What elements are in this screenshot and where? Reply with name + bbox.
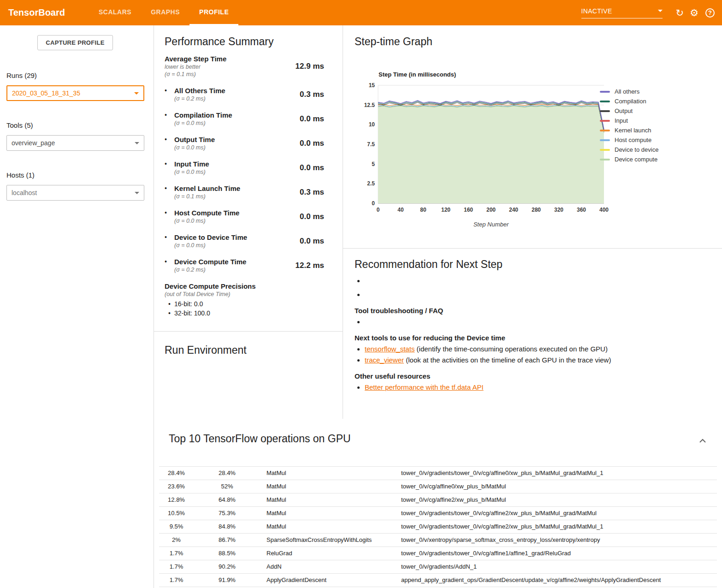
metric-value: 0.0 ms [300,237,324,246]
next-tools-heading: Next tools to use for reducing the Devic… [355,334,704,342]
time-percent-cell: 1.7% [159,546,194,560]
metric-sigma: (σ = 0.0 ms) [174,144,215,151]
column-header [194,454,260,466]
help-icon[interactable]: ? [705,8,715,18]
metric-name: Output Time [174,135,215,144]
recommendation-title: Recommendation for Next Step [355,258,704,271]
resource-link[interactable]: Better performance with the tf.data API [365,383,484,391]
status-dropdown[interactable]: INACTIVE [581,7,663,18]
column-header [260,454,401,466]
tab-profile[interactable]: PROFILE [189,0,238,25]
legend-label: Input [615,117,628,124]
metric-row: • Device to Device Time (σ = 0.0 ms) 0.0… [165,233,324,249]
metric-value: 0.0 ms [300,139,324,148]
legend-item: Kernel launch [600,125,658,135]
metric-row: • Device Compute Time (σ = 0.2 ms) 12.2 … [165,257,324,273]
cumulative-percent-cell: 64.8% [194,493,260,506]
recommendation-section: Recommendation for Next Step Tool troubl… [343,248,722,394]
precision-item: • 16-bit: 0.0 [165,299,324,309]
table-row: 10.5% 75.3% MatMul tower_0/v/gradients/t… [159,506,717,520]
metric-name: Device to Device Time [174,233,247,242]
metric-row: • Host Compute Time (σ = 0.0 ms) 0.0 ms [165,208,324,225]
table-row: 28.4% 28.4% MatMul tower_0/v/gradients/t… [159,466,717,480]
legend-label: Compilation [615,98,646,105]
metric-value: 0.0 ms [300,212,324,221]
time-percent-cell: 28.4% [159,466,194,480]
runs-dropdown[interactable]: 2020_03_05_18_31_35 [6,85,144,101]
table-row: 1.7% 90.2% AddN tower_0/v/gradients/AddN… [159,560,717,573]
chevron-down-icon [658,10,663,12]
tab-graphs[interactable]: GRAPHS [141,0,189,25]
metric-row: • Input Time (σ = 0.0 ms) 0.0 ms [165,160,324,176]
bullet-icon: • [168,299,174,309]
hosts-label: Hosts (1) [6,171,35,179]
chart-title: Step Time (in milliseconds) [379,71,456,78]
operation-cell: tower_0/v/xentropy/sparse_softmax_cross_… [401,533,717,546]
refresh-icon[interactable]: ↻ [676,8,684,18]
cumulative-percent-cell: 75.3% [194,506,260,520]
metric-value: 0.0 ms [300,114,324,124]
precision-item: • 32-bit: 100.0 [165,309,324,318]
metric-sigma: (σ = 0.0 ms) [174,217,239,225]
metric-row: • Output Time (σ = 0.0 ms) 0.0 ms [165,135,324,151]
collapse-icon[interactable] [697,435,708,448]
metric-name: All Others Time [174,86,225,95]
legend-swatch [600,149,610,151]
table-row: 1.7% 91.9% ApplyGradientDescent append_a… [159,573,717,587]
time-percent-cell: 12.8% [159,493,194,506]
metric-row: • Compilation Time (σ = 0.0 ms) 0.0 ms [165,111,324,127]
operation-cell: append_apply_gradient_ops/GradientDescen… [401,573,717,587]
operation-cell: tower_0/v/gradients/AddN_1 [401,560,717,573]
precision-value: 16-bit: 0.0 [174,299,203,309]
hosts-dropdown[interactable]: localhost [6,185,144,201]
metric-sigma: (σ = 0.0 ms) [174,168,209,176]
legend-item: All others [600,87,658,96]
status-dropdown-value: INACTIVE [581,7,612,15]
next-tool-item: trace_viewer (look at the activities on … [365,356,704,364]
legend-label: Kernel launch [615,127,651,134]
top-bar-controls: INACTIVE ↻ ⚙ ? [581,0,715,25]
time-percent-cell: 10.5% [159,506,194,520]
top-ops-title: Top 10 TensorFlow operations on GPU [169,433,351,445]
gear-icon[interactable]: ⚙ [690,8,698,18]
metric-sigma: (σ = 0.1 ms) [174,193,240,200]
table-body: 28.4% 28.4% MatMul tower_0/v/gradients/t… [159,466,717,587]
legend-label: Device compute [615,156,657,163]
svg-text:7.5: 7.5 [367,141,375,148]
chevron-down-icon [135,142,139,144]
tab-scalars[interactable]: SCALARS [89,0,141,25]
top-bar: TensorBoard SCALARS GRAPHS PROFILE INACT… [0,0,722,25]
operation-cell: tower_0/v/gradients/tower_0/v/cg/affine2… [401,520,717,533]
tool-link[interactable]: tensorflow_stats [365,345,414,353]
app-title: TensorBoard [8,0,65,25]
metric-sigma: (σ = 0.1 ms) [165,71,226,78]
column-header [401,454,717,466]
chevron-down-icon [135,192,139,194]
operation-cell: tower_0/v/cg/affine2/xw_plus_b/MatMul [401,493,717,506]
faq-item [365,317,704,326]
precisions-note: (out of Total Device Time) [165,291,324,298]
svg-text:240: 240 [509,207,518,213]
metric-sigma: (σ = 0.0 ms) [174,242,247,249]
other-resource-item: Better performance with the tf.data API [365,383,704,392]
time-percent-cell: 1.7% [159,573,194,587]
metric-name: Average Step Time [165,54,226,63]
legend-item: Input [600,116,658,125]
capture-profile-button[interactable]: CAPTURE PROFILE [37,35,113,50]
metrics-list: Average Step Time lower is better (σ = 0… [165,54,324,273]
tools-dropdown[interactable]: overview_page [6,135,144,151]
legend-swatch [600,139,610,141]
legend-item: Device compute [600,154,658,164]
category-cell: SparseSoftmaxCrossEntropyWithLogits [260,533,401,546]
tool-description: (identify the time-consuming operations … [414,345,608,353]
bullet-icon: • [168,309,174,318]
next-tools-list: tensorflow_stats (identify the time-cons… [355,344,704,364]
table-row: 2% 86.7% SparseSoftmaxCrossEntropyWithLo… [159,533,717,546]
precision-value: 32-bit: 100.0 [174,309,210,318]
bullet-icon: • [165,233,174,249]
recommendation-bullet [365,290,704,299]
column-header [159,454,194,466]
tool-link[interactable]: trace_viewer [365,356,404,364]
table-header-row [159,454,717,466]
legend-label: All others [615,88,639,95]
